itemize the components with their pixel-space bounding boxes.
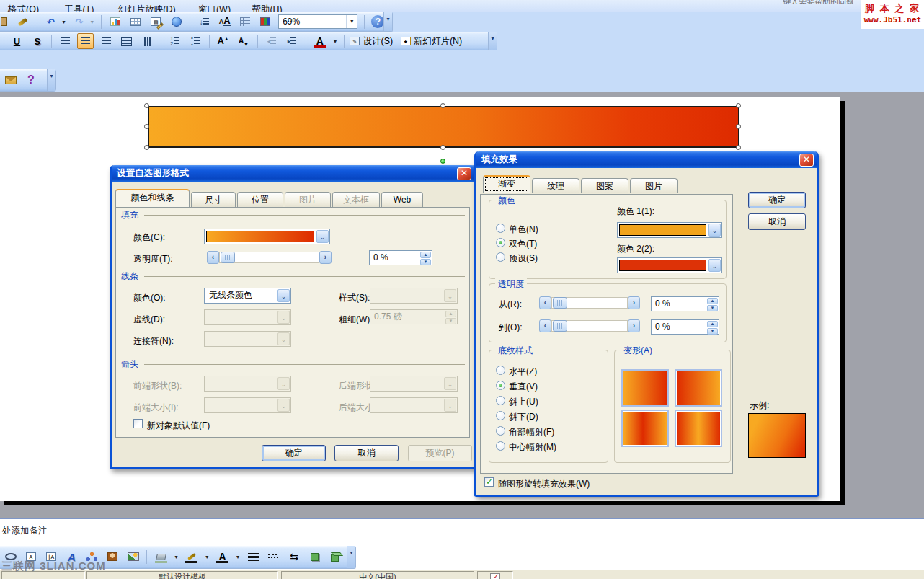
fill-color-dropdown-icon[interactable]: ▾ [172,549,180,565]
toolbar-options-icon[interactable]: ▾ [47,69,55,91]
radio-diagonal-up[interactable] [496,396,505,405]
increase-font-size-icon[interactable]: A▲ [215,33,231,49]
chevron-down-icon[interactable]: ⌄ [316,230,329,243]
line-color-dropdown-icon[interactable]: ▾ [203,549,211,565]
chevron-down-icon[interactable]: ⌄ [277,289,290,302]
insert-slide-from-outline-icon[interactable]: ▤ [148,14,164,30]
close-icon[interactable]: ✕ [799,154,814,167]
line-style-icon[interactable] [245,549,262,565]
rotate-fill-label[interactable]: 随图形旋转填充效果(W) [498,478,590,490]
selection-handle-mid-left[interactable] [144,124,149,129]
chevron-down-icon[interactable]: ⌄ [708,224,721,237]
undo-icon[interactable]: ↶ [43,14,59,30]
cancel-button[interactable]: 取消 [748,213,806,230]
mail-recipient-icon[interactable] [2,72,19,88]
font-color-icon[interactable]: A [214,549,231,565]
slider-right-icon[interactable]: › [628,296,640,309]
align-center-icon[interactable] [77,33,94,49]
slider-right-icon[interactable]: › [628,319,640,332]
text-shadow-icon[interactable]: S [29,33,45,49]
selection-handle-bottom-left[interactable] [144,145,149,150]
toolbar-options-icon[interactable]: ▾ [347,546,355,568]
selection-handle-top-right[interactable] [736,103,741,108]
zoom-combobox[interactable]: 69% ▾ [278,14,357,29]
diagonal-up-label[interactable]: 斜上(U) [509,396,538,408]
rotate-fill-checkbox[interactable] [484,477,494,487]
slider-left-icon[interactable]: ‹ [539,319,551,332]
selection-handle-bottom-right[interactable] [736,145,741,150]
new-default-checkbox[interactable] [133,419,143,428]
insert-table-icon[interactable] [127,14,143,30]
clip-art-icon[interactable] [105,549,121,565]
decrease-font-size-icon[interactable]: A▼ [235,33,252,49]
transparency-to-spinner[interactable]: 0 % ▲▼ [651,319,719,335]
color1-combobox[interactable]: ⌄ [617,222,722,238]
line-color-icon[interactable] [183,549,200,565]
spin-up-icon[interactable]: ▲ [707,298,718,304]
menu-window[interactable]: 窗口(W) [192,0,237,12]
radio-from-corner[interactable] [496,426,505,436]
threed-style-icon[interactable] [326,549,343,565]
help-question-box[interactable]: 键入需要帮助的问题 [783,0,861,4]
radio-vertical[interactable] [496,381,505,390]
spin-up-icon[interactable]: ▲ [420,252,431,258]
insert-chart-icon[interactable] [107,14,123,30]
insert-hyperlink-icon[interactable] [168,14,185,30]
radio-horizontal[interactable] [496,366,505,375]
align-left-icon[interactable] [57,33,74,49]
fill-transparency-spinner[interactable]: 0 % ▲▼ [369,250,432,265]
font-color-icon[interactable]: A [311,33,328,49]
design-button[interactable]: 设计(S) [363,32,398,50]
ok-button[interactable]: 确定 [262,445,326,461]
one-color-label[interactable]: 单色(N) [509,224,538,236]
format-painter-icon[interactable] [14,14,31,30]
menu-slideshow[interactable]: 幻灯片放映(D) [112,0,182,12]
zoom-dropdown-icon[interactable]: ▾ [346,15,357,28]
slider-left-icon[interactable]: ‹ [207,251,219,264]
line-color-combobox[interactable]: 无线条颜色 ⌄ [204,288,291,304]
horizontal-label[interactable]: 水平(Z) [509,366,537,378]
justify-icon[interactable] [118,33,135,49]
dialog-title-bar[interactable]: 填充效果 ✕ [476,151,817,168]
spin-down-icon[interactable]: ▼ [707,328,718,335]
rotate-handle[interactable] [440,159,445,164]
two-colors-label[interactable]: 双色(T) [509,238,537,250]
bullet-list-icon[interactable]: •• [187,33,203,49]
toolbar-options-icon[interactable]: ▾ [383,12,392,31]
selection-handle-mid-right[interactable] [736,124,741,129]
preset-label[interactable]: 预设(S) [509,252,538,265]
spin-down-icon[interactable]: ▼ [707,305,718,311]
color2-combobox[interactable]: ⌄ [617,257,722,273]
slider-thumb[interactable] [553,320,567,332]
menu-help[interactable]: 帮助(H) [245,0,288,12]
dash-style-icon[interactable] [265,549,282,565]
radio-diagonal-down[interactable] [496,411,505,420]
tab-position[interactable]: 位置 [237,192,283,207]
tab-size[interactable]: 尺寸 [191,192,236,207]
variant-4[interactable] [675,410,722,447]
font-color-dropdown-icon[interactable]: ▾ [234,549,241,565]
insert-picture-icon[interactable] [125,549,141,565]
spin-down-icon[interactable]: ▼ [420,259,431,265]
selection-handle-top-left[interactable] [144,103,149,108]
slider-thumb[interactable] [553,297,567,309]
undo-dropdown-icon[interactable]: ▾ [60,14,68,30]
show-formatting-icon[interactable]: AA [216,14,233,30]
font-color-dropdown-icon[interactable]: ▾ [332,33,339,49]
gradient-rectangle-shape[interactable] [148,106,739,148]
vertical-label[interactable]: 垂直(V) [509,381,538,393]
expand-all-icon[interactable]: ↓ [196,14,213,30]
show-grid-icon[interactable] [236,14,253,30]
slider-left-icon[interactable]: ‹ [539,296,551,309]
radio-one-color[interactable] [496,224,505,233]
cancel-button[interactable]: 取消 [334,445,399,461]
radio-from-center[interactable] [496,441,505,451]
dialog-title-bar[interactable]: 设置自选图形格式 ✕ [112,165,474,182]
fill-color-icon[interactable] [153,549,169,565]
tab-texture[interactable]: 纹理 [532,178,579,193]
arrow-style-icon[interactable]: ⇆ [286,549,303,565]
slider-thumb[interactable] [221,252,235,263]
shadow-style-icon[interactable] [306,549,323,565]
redo-icon[interactable]: ↷ [71,14,87,30]
change-text-direction-icon[interactable] [138,33,155,49]
